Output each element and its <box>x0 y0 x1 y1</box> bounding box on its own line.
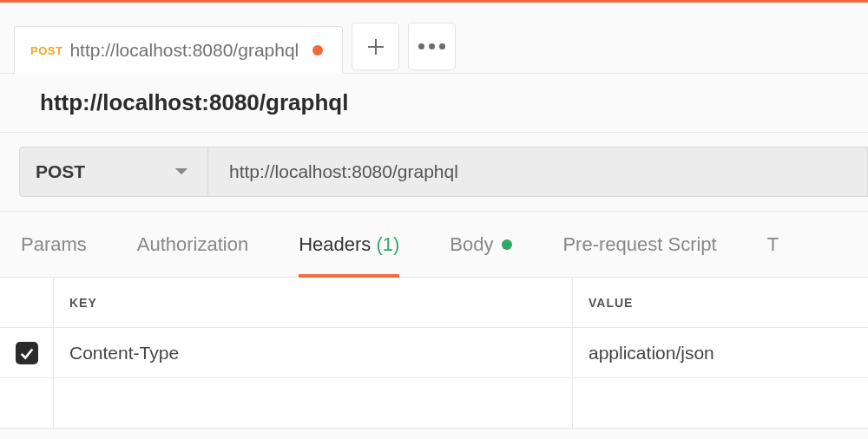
request-subtabs: Params Authorization Headers (1) Body Pr… <box>0 212 868 278</box>
request-title: http://localhost:8080/graphql <box>40 89 868 116</box>
headers-row-empty <box>0 378 868 429</box>
header-key-cell[interactable]: Content-Type <box>54 328 573 377</box>
request-title-bar: http://localhost:8080/graphql <box>0 74 868 133</box>
request-line: POST <box>0 133 868 212</box>
header-enabled-cell <box>0 328 54 377</box>
request-tab[interactable]: POST http://localhost:8080/graphql <box>14 26 343 74</box>
tab-title: http://localhost:8080/graphql <box>69 40 299 61</box>
tab-params[interactable]: Params <box>21 212 87 277</box>
headers-table: KEY VALUE Content-Type application/json <box>0 278 868 429</box>
url-input[interactable] <box>208 147 868 197</box>
headers-col-toggle <box>0 278 54 327</box>
headers-count: (1) <box>376 233 399 256</box>
header-enabled-checkbox[interactable] <box>16 342 38 364</box>
tab-body[interactable]: Body <box>450 212 512 277</box>
headers-col-key: KEY <box>54 278 573 327</box>
tab-options-button[interactable] <box>408 23 456 70</box>
tab-headers[interactable]: Headers (1) <box>299 212 399 277</box>
tab-authorization[interactable]: Authorization <box>137 212 248 277</box>
tab-tests[interactable]: T <box>767 212 779 277</box>
plus-icon <box>365 36 386 57</box>
chevron-down-icon <box>174 167 188 177</box>
http-method-value: POST <box>36 161 85 182</box>
more-icon <box>418 43 445 49</box>
headers-row: Content-Type application/json <box>0 328 868 378</box>
tab-bar: POST http://localhost:8080/graphql <box>0 0 868 74</box>
headers-table-head: KEY VALUE <box>0 278 868 328</box>
header-value-input[interactable] <box>573 378 868 428</box>
check-icon <box>19 345 35 361</box>
tab-pre-request-script[interactable]: Pre-request Script <box>562 212 716 277</box>
header-value-cell[interactable]: application/json <box>573 328 868 377</box>
http-method-select[interactable]: POST <box>19 147 208 197</box>
body-active-dot-icon <box>502 239 512 250</box>
new-tab-button[interactable] <box>352 23 399 70</box>
tab-method-badge: POST <box>30 44 62 57</box>
header-key-input[interactable] <box>54 378 573 428</box>
unsaved-dot-icon <box>312 45 323 56</box>
headers-col-value: VALUE <box>573 278 868 327</box>
